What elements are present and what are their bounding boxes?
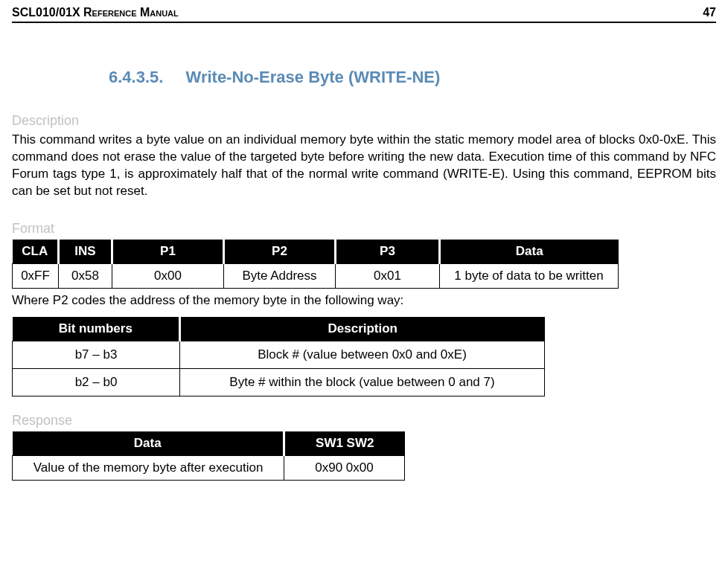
col-p1: P1 <box>112 240 224 264</box>
cell-cla: 0xFF <box>13 263 59 288</box>
page-header: SCL010/01X Reference Manual 47 <box>12 6 716 23</box>
where-text: Where P2 codes the address of the memory… <box>12 293 716 308</box>
cell-p1: 0x00 <box>112 263 224 288</box>
col-data: Data <box>440 240 619 264</box>
page-container: SCL010/01X Reference Manual 47 6.4.3.5. … <box>0 0 728 497</box>
cell-p3: 0x01 <box>336 263 440 288</box>
response-table: Data SW1 SW2 Value of the memory byte af… <box>12 431 405 481</box>
section-heading: 6.4.3.5. Write-No-Erase Byte (WRITE-NE) <box>109 68 716 87</box>
table-header-row: Data SW1 SW2 <box>13 431 405 456</box>
doc-title: SCL010/01X Reference Manual <box>12 6 179 19</box>
page-number: 47 <box>703 6 716 19</box>
col-bit-numbers: Bit numbers <box>13 317 180 341</box>
table-header-row: CLA INS P1 P2 P3 Data <box>13 240 619 264</box>
format-table: CLA INS P1 P2 P3 Data 0xFF 0x58 0x00 Byt… <box>12 240 619 289</box>
col-p3: P3 <box>336 240 440 264</box>
cell-resp-sw: 0x90 0x00 <box>284 455 405 480</box>
description-text: This command writes a byte value on an i… <box>12 132 716 200</box>
col-cla: CLA <box>13 240 59 264</box>
table-header-row: Bit numbers Description <box>13 317 545 341</box>
cell-resp-data: Value of the memory byte after execution <box>13 455 284 480</box>
description-heading: Description <box>12 113 716 129</box>
cell-data: 1 byte of data to be written <box>440 263 619 288</box>
cell-p2: Byte Address <box>224 263 336 288</box>
col-ins: INS <box>59 240 112 264</box>
table-row: b2 – b0 Byte # within the block (value b… <box>13 368 545 396</box>
table-row: Value of the memory byte after execution… <box>13 455 405 480</box>
cell-desc: Block # (value between 0x0 and 0xE) <box>180 341 545 368</box>
response-heading: Response <box>12 413 716 428</box>
col-p2: P2 <box>224 240 336 264</box>
cell-ins: 0x58 <box>59 263 112 288</box>
col-resp-data: Data <box>13 431 284 456</box>
cell-bits: b2 – b0 <box>13 368 180 396</box>
section-number: 6.4.3.5. <box>109 68 163 86</box>
table-row: b7 – b3 Block # (value between 0x0 and 0… <box>13 341 545 368</box>
table-row: 0xFF 0x58 0x00 Byte Address 0x01 1 byte … <box>13 263 619 288</box>
format-heading: Format <box>12 221 716 237</box>
bits-table: Bit numbers Description b7 – b3 Block # … <box>12 317 545 396</box>
cell-desc: Byte # within the block (value between 0… <box>180 368 545 396</box>
col-description: Description <box>180 317 545 341</box>
section-title: Write-No-Erase Byte (WRITE-NE) <box>186 68 441 86</box>
cell-bits: b7 – b3 <box>13 341 180 368</box>
col-resp-sw: SW1 SW2 <box>284 431 405 456</box>
